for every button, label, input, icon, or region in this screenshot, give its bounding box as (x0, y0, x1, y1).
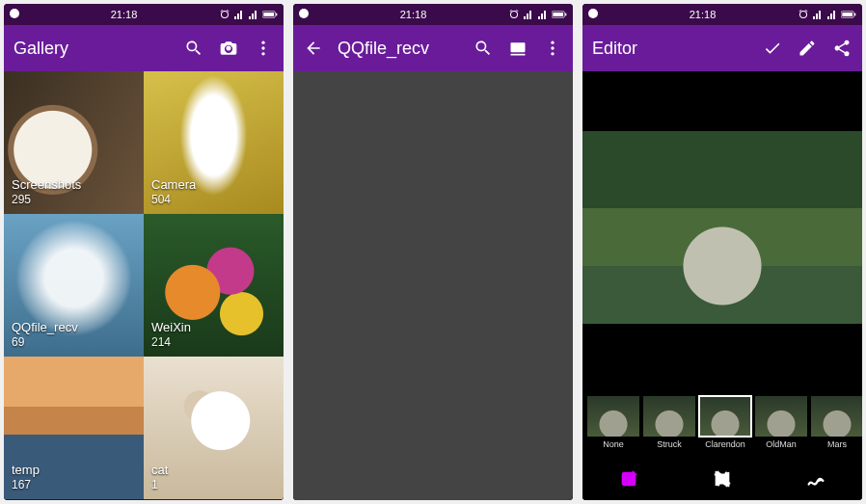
photo-item[interactable] (479, 71, 573, 165)
albums-content: Screenshots295 Camera504 QQfile_recv69 W… (4, 71, 284, 500)
svg-point-11 (551, 41, 554, 44)
album-item[interactable]: QQfile_recv69 (4, 214, 144, 357)
preview-image (582, 131, 862, 324)
status-dot-icon (10, 9, 19, 18)
svg-point-4 (261, 46, 264, 49)
edit-button[interactable] (797, 38, 818, 59)
crop-tool-button[interactable] (709, 465, 736, 492)
apply-button[interactable] (762, 38, 783, 59)
signal-icon (537, 9, 549, 20)
status-dot-icon (588, 9, 598, 18)
filter-thumb (755, 396, 807, 437)
filter-item[interactable]: Mars (810, 391, 862, 449)
phone-album-view: 21:18 QQfile_recv (293, 4, 573, 500)
draw-tool-button[interactable] (802, 465, 829, 492)
album-count: 504 (151, 193, 196, 208)
photo-item[interactable] (479, 258, 573, 352)
svg-rect-8 (565, 13, 566, 16)
signal-icon (233, 9, 245, 20)
editor-toolbar (582, 458, 862, 500)
battery-icon (262, 10, 278, 19)
filter-thumb (643, 396, 695, 437)
check-icon (763, 39, 782, 58)
filter-thumb (587, 396, 639, 437)
share-icon (832, 39, 852, 58)
app-bar: Editor (582, 25, 862, 71)
photo-item[interactable] (387, 258, 480, 352)
signal-icon (826, 9, 838, 20)
filter-thumb (699, 396, 751, 437)
photo-item[interactable] (387, 165, 480, 258)
filter-item[interactable]: Struck (642, 391, 696, 449)
app-title: Gallery (14, 39, 170, 59)
more-vert-icon (543, 39, 562, 58)
photo-item[interactable] (479, 352, 573, 445)
filter-name: Mars (827, 439, 847, 449)
album-count: 1 (151, 478, 168, 493)
status-bar: 21:18 (582, 4, 862, 25)
camera-button[interactable] (218, 38, 239, 59)
filter-name: None (603, 439, 624, 449)
photo-item[interactable] (293, 352, 387, 445)
signal-icon (812, 9, 824, 20)
photo-item[interactable] (479, 445, 573, 500)
back-button[interactable] (303, 38, 324, 59)
filter-item-selected[interactable]: Clarendon (698, 391, 752, 449)
photo-item[interactable] (387, 71, 480, 165)
photo-item[interactable] (293, 258, 387, 352)
filter-item[interactable]: OldMan (754, 391, 808, 449)
search-icon (474, 39, 493, 58)
album-name: QQfile_recv (12, 320, 78, 336)
status-time: 21:18 (690, 9, 717, 20)
filters-tool-button[interactable] (615, 465, 642, 492)
photo-item[interactable] (387, 352, 480, 445)
editor-preview[interactable] (582, 71, 862, 383)
svg-rect-10 (511, 54, 526, 56)
filter-name: Clarendon (705, 439, 745, 449)
alarm-icon (798, 9, 809, 20)
app-bar: Gallery (4, 25, 284, 71)
crop-rotate-icon (712, 468, 733, 490)
svg-point-13 (551, 52, 554, 55)
filter-strip[interactable]: None Struck Clarendon OldMan Mars (582, 383, 862, 458)
overflow-button[interactable] (542, 38, 563, 59)
photos-content (293, 71, 573, 500)
album-item[interactable]: temp167 (4, 357, 144, 499)
slideshow-button[interactable] (507, 38, 528, 59)
alarm-icon (219, 9, 230, 20)
album-item[interactable]: WeiXin214 (144, 214, 284, 357)
editor-content: None Struck Clarendon OldMan Mars (582, 71, 862, 500)
search-button[interactable] (183, 38, 204, 59)
filter-name: Struck (657, 439, 682, 449)
album-grid: Screenshots295 Camera504 QQfile_recv69 W… (4, 71, 284, 500)
battery-icon (841, 10, 856, 19)
album-item[interactable]: Screenshots295 (4, 71, 144, 214)
album-count: 167 (12, 478, 40, 493)
album-item[interactable]: Camera504 (144, 71, 284, 214)
status-dot-icon (299, 9, 309, 18)
photo-item[interactable] (293, 445, 387, 500)
filter-item[interactable]: None (586, 391, 640, 449)
app-title: QQfile_recv (338, 39, 459, 59)
photo-item[interactable] (479, 165, 573, 258)
photo-item[interactable] (293, 71, 387, 165)
album-name: Camera (151, 177, 196, 194)
album-name: Screenshots (12, 177, 81, 194)
pencil-icon (798, 39, 817, 58)
status-bar: 21:18 (4, 4, 284, 25)
share-button[interactable] (831, 38, 852, 59)
album-item[interactable]: cat1 (144, 357, 284, 499)
album-count: 295 (12, 193, 81, 208)
camera-icon (219, 39, 238, 58)
photo-item[interactable] (293, 165, 387, 258)
signal-icon (248, 9, 259, 20)
more-vert-icon (254, 39, 273, 58)
album-count: 214 (151, 335, 191, 351)
photo-grid (293, 71, 573, 500)
phone-editor: 21:18 Editor None (582, 4, 862, 500)
search-button[interactable] (473, 38, 494, 59)
overflow-button[interactable] (253, 38, 274, 59)
search-icon (184, 39, 203, 58)
status-bar: 21:18 (293, 4, 573, 25)
photo-item[interactable] (387, 445, 480, 500)
